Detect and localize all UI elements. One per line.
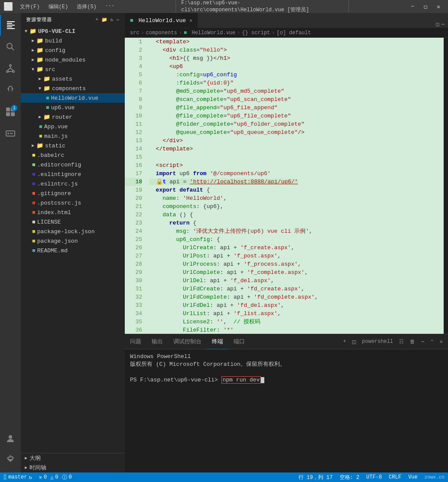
sidebar-item-readme[interactable]: ■ README.md xyxy=(21,246,125,255)
sidebar-item-static[interactable]: ► 📁 static xyxy=(21,141,125,150)
sidebar-timeline[interactable]: ► 时间轴 xyxy=(21,463,125,472)
activity-bar: 1 xyxy=(0,13,21,472)
sidebar-outline[interactable]: ► 大纲 xyxy=(21,453,125,463)
svg-point-2 xyxy=(10,65,11,66)
status-language[interactable]: Vue xyxy=(405,472,421,482)
breadcrumb-helloworld[interactable]: ■ HelloWorld.vue xyxy=(184,30,235,36)
svg-point-12 xyxy=(9,435,12,439)
components-arrow-icon: ▼ xyxy=(36,85,43,92)
sidebar-title: 资源管理器 xyxy=(26,16,52,23)
split-terminal-icon[interactable]: ◫ xyxy=(351,337,357,346)
helloworld-vue-icon: ■ xyxy=(46,95,49,101)
sidebar-item-app-vue[interactable]: ■ App.vue xyxy=(21,122,125,131)
tab-helloworld-vue[interactable]: ■ HelloWorld.vue ✕ xyxy=(125,13,198,28)
breadcrumb-components[interactable]: components xyxy=(146,30,177,36)
status-line-ending[interactable]: CRLF xyxy=(385,472,405,482)
new-file-icon[interactable]: + xyxy=(95,17,99,23)
status-brand: znwx.cn xyxy=(421,475,448,480)
outline-label: 大纲 xyxy=(29,454,41,462)
activity-extensions[interactable]: 1 xyxy=(0,101,21,122)
status-git-branch[interactable]: ⌷ master ↻ xyxy=(0,472,36,482)
tab-ports[interactable]: 端口 xyxy=(228,334,250,349)
sidebar-item-build[interactable]: ► 📁 build xyxy=(21,36,125,46)
status-encoding[interactable]: UTF-8 xyxy=(363,472,385,482)
layout-icon[interactable]: ☷ xyxy=(397,338,406,346)
titlebar: ⬜ 文件(F) 编辑(E) 选择(S) ··· F:\asp.net\up6-v… xyxy=(0,0,448,13)
sidebar-item-gitignore[interactable]: ■ .gitignore xyxy=(21,189,125,198)
sidebar-header-icons[interactable]: + 📁 ↻ ⋯ xyxy=(95,17,120,23)
sidebar-item-eslintrc[interactable]: ■ .eslintrc.js xyxy=(21,179,125,189)
code-content[interactable]: <template> <div class="hello"> <h1>{{ ms… xyxy=(146,38,444,334)
tab-actions[interactable]: ◫ ⋯ xyxy=(436,21,448,28)
split-editor-icon[interactable]: ◫ xyxy=(436,21,439,28)
sidebar-item-node-modules[interactable]: ► 📁 node_modules xyxy=(21,55,125,65)
sidebar-item-index-html[interactable]: ■ index.html xyxy=(21,208,125,217)
new-folder-icon[interactable]: 📁 xyxy=(101,17,108,23)
breadcrumb-src[interactable]: src xyxy=(130,30,140,36)
activity-git[interactable] xyxy=(0,58,21,79)
sidebar-item-editorconfig[interactable]: ■ .editorconfig xyxy=(21,160,125,169)
breadcrumb-script[interactable]: {} script xyxy=(242,30,270,36)
tab-output[interactable]: 输出 xyxy=(146,334,168,349)
code-editor[interactable]: 1 2 3 4 5 6 7 8 9 10 11 12 13 14 15 16 1… xyxy=(125,38,448,334)
tab-debug-console[interactable]: 调试控制台 xyxy=(168,334,207,349)
close-button[interactable]: ✕ xyxy=(432,2,445,11)
minimize-button[interactable]: − xyxy=(406,2,419,11)
terminal-input-box[interactable]: npm run dev xyxy=(221,376,261,384)
activity-explorer[interactable] xyxy=(0,15,21,36)
editor-scrollbar[interactable] xyxy=(444,38,448,334)
status-position[interactable]: 行 19，列 17 xyxy=(295,472,336,482)
sidebar-item-package-lock[interactable]: ■ package-lock.json xyxy=(21,227,125,236)
sidebar-item-postcssrc[interactable]: ■ .postcssrc.js xyxy=(21,198,125,208)
sidebar-item-eslintignore[interactable]: ■ .eslintignore xyxy=(21,169,125,179)
sidebar-item-package-json[interactable]: ■ package.json xyxy=(21,236,125,246)
sidebar-item-assets[interactable]: ► 📁 assets xyxy=(21,74,125,84)
svg-rect-7 xyxy=(6,112,10,116)
trash-icon[interactable]: 🗑 xyxy=(408,338,417,346)
sidebar-item-up6-vue[interactable]: ■ up6.vue xyxy=(21,103,125,112)
status-errors[interactable]: ✕ 0 △ 0 ⓘ 0 xyxy=(36,472,75,482)
tab-terminal[interactable]: 终端 xyxy=(207,334,228,349)
sidebar-item-src[interactable]: ▼ 📁 src xyxy=(21,65,125,74)
sidebar-item-babelrc[interactable]: ■ .babelrc xyxy=(21,150,125,160)
menu-file[interactable]: 文件(F) xyxy=(16,2,43,11)
close-terminal-icon[interactable]: ✕ xyxy=(438,338,445,346)
status-spaces[interactable]: 空格: 2 xyxy=(336,472,363,482)
activity-settings[interactable] xyxy=(0,450,21,471)
more-tabs-icon[interactable]: ⋯ xyxy=(441,21,445,28)
titlebar-menu[interactable]: 文件(F) 编辑(E) 选择(S) ··· xyxy=(16,2,118,11)
maximize-terminal-icon[interactable]: ⌃ xyxy=(429,338,435,346)
tab-problems[interactable]: 问题 xyxy=(125,334,146,349)
sidebar-item-router[interactable]: ► 📁 router xyxy=(21,112,125,122)
collapse-icon[interactable]: ⋯ xyxy=(116,17,120,23)
git-sync-icon: ↻ xyxy=(29,474,32,481)
status-right: 行 19，列 17 空格: 2 UTF-8 CRLF Vue znwx.cn xyxy=(295,472,448,482)
sidebar-item-root[interactable]: ▼ 📁 UP6-VUE-CLI xyxy=(21,26,125,36)
terminal-content[interactable]: Windows PowerShell 版权所有 (C) Microsoft Co… xyxy=(125,349,448,472)
activity-remote[interactable] xyxy=(0,123,21,144)
sidebar-item-config[interactable]: ► 📁 config xyxy=(21,46,125,55)
maximize-button[interactable]: ◻ xyxy=(419,2,432,11)
more-icon[interactable]: ⋯ xyxy=(419,338,426,346)
sidebar-item-components[interactable]: ▼ 📁 components xyxy=(21,84,125,93)
powershell-label[interactable]: powershell xyxy=(360,338,395,345)
breadcrumb-default[interactable]: [o] default xyxy=(276,30,311,36)
add-terminal-icon[interactable]: + xyxy=(341,338,348,345)
activity-search[interactable] xyxy=(0,36,21,57)
postcssrc-label: .postcssrc.js xyxy=(37,200,81,206)
menu-select[interactable]: 选择(S) xyxy=(73,2,100,11)
activity-account[interactable] xyxy=(0,428,21,449)
menu-edit[interactable]: 编辑(E) xyxy=(45,2,72,11)
babelrc-icon: ■ xyxy=(32,152,36,159)
build-folder-icon: 📁 xyxy=(36,37,43,44)
terminal-panel: 问题 输出 调试控制台 终端 端口 + ◫ powershell ☷ 🗑 ⋯ ⌃… xyxy=(125,334,448,472)
menu-more[interactable]: ··· xyxy=(102,2,118,11)
activity-debug[interactable] xyxy=(0,80,21,101)
titlebar-controls[interactable]: − ◻ ✕ xyxy=(406,2,445,11)
sidebar-item-license[interactable]: ■ LICENSE xyxy=(21,217,125,227)
refresh-icon[interactable]: ↻ xyxy=(110,17,114,23)
sidebar-item-main-js[interactable]: ■ main.js xyxy=(21,131,125,141)
sidebar-item-helloworld-vue[interactable]: ■ HelloWorld.vue xyxy=(21,93,125,103)
index-html-label: index.html xyxy=(37,209,71,216)
tab-close-button[interactable]: ✕ xyxy=(189,17,192,24)
